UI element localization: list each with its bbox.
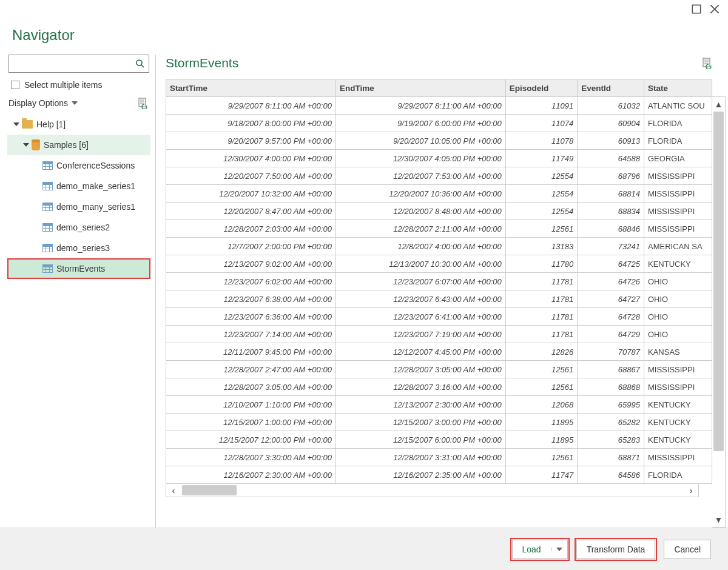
tree-database-samples[interactable]: Samples [6] [7,135,150,155]
tree-table-demo_many_series1[interactable]: demo_many_series1 [7,196,150,217]
table-row[interactable]: 12/20/2007 8:47:00 AM +00:0012/20/2007 8… [166,203,712,220]
table-row[interactable]: 12/28/2007 2:47:00 AM +00:0012/28/2007 3… [166,361,712,378]
cell: 12/28/2007 3:31:00 AM +00:00 [335,449,505,466]
cell: 12561 [505,449,577,466]
transform-data-button[interactable]: Transform Data [576,540,656,559]
display-options-dropdown[interactable]: Display Options [8,98,78,108]
disclosure-icon[interactable] [23,143,29,147]
scroll-thumb[interactable] [713,112,724,451]
tree-table-stormevents[interactable]: StormEvents [7,258,150,279]
scroll-thumb[interactable] [182,485,237,495]
cell: MISSISSIPPI [644,167,712,185]
cell: 11781 [505,308,577,326]
table-row[interactable]: 12/23/2007 6:38:00 AM +00:0012/23/2007 6… [166,290,712,308]
table-row[interactable]: 12/13/2007 9:02:00 AM +00:0012/13/2007 1… [166,255,712,273]
tree-table-demo_series3[interactable]: demo_series3 [7,238,150,258]
column-header[interactable]: State [644,79,712,97]
close-icon[interactable] [710,4,720,14]
cancel-label: Cancel [674,545,701,554]
tree-table-demo_make_series1[interactable]: demo_make_series1 [7,176,150,196]
table-row[interactable]: 9/20/2007 9:57:00 PM +00:009/20/2007 10:… [166,132,712,150]
cell: 11781 [505,326,577,343]
cell: 12554 [505,185,577,203]
table-row[interactable]: 12/28/2007 2:03:00 AM +00:0012/28/2007 2… [166,220,712,238]
table-row[interactable]: 12/23/2007 6:02:00 AM +00:0012/23/2007 6… [166,273,712,290]
table-row[interactable]: 12/10/2007 1:10:00 PM +00:0012/13/2007 2… [166,396,712,414]
cell: 68796 [578,167,644,185]
select-multiple-toggle[interactable]: Select multiple items [7,73,150,97]
table-row[interactable]: 12/20/2007 10:32:00 AM +00:0012/20/2007 … [166,185,712,203]
table-row[interactable]: 12/30/2007 4:00:00 PM +00:0012/30/2007 4… [166,150,712,167]
cell: 9/19/2007 6:00:00 PM +00:00 [335,115,505,132]
cell: FLORIDA [644,132,712,150]
table-row[interactable]: 12/15/2007 1:00:00 PM +00:0012/15/2007 3… [166,414,712,431]
table-row[interactable]: 12/16/2007 2:30:00 AM +00:0012/16/2007 2… [166,466,712,484]
column-header[interactable]: StartTime [166,79,336,97]
search-box[interactable] [8,55,149,73]
cell: 11780 [505,255,577,273]
tree-table-demo_series2[interactable]: demo_series2 [7,217,150,238]
cell: 64725 [578,255,644,273]
checkbox-icon[interactable] [11,81,19,89]
cell: 68814 [578,185,644,203]
cell: MISSISSIPPI [644,361,712,378]
table-row[interactable]: 12/23/2007 6:36:00 AM +00:0012/23/2007 6… [166,308,712,326]
cell: 12/23/2007 6:41:00 AM +00:00 [335,308,505,326]
scroll-up-icon[interactable]: ▲ [712,97,725,112]
table-row[interactable]: 9/29/2007 8:11:00 AM +00:009/29/2007 8:1… [166,97,712,115]
table-row[interactable]: 12/11/2007 9:45:00 PM +00:0012/12/2007 4… [166,343,712,361]
table-row[interactable]: 12/28/2007 3:30:00 AM +00:0012/28/2007 3… [166,449,712,466]
cell: KENTUCKY [644,431,712,449]
cell: 12/28/2007 2:11:00 AM +00:00 [335,220,505,238]
column-header[interactable]: EpisodeId [505,79,577,97]
cell: 12554 [505,167,577,185]
chevron-down-icon [556,548,562,551]
cell: 12/15/2007 12:00:00 PM +00:00 [166,431,336,449]
cell: 12/30/2007 4:05:00 PM +00:00 [335,150,505,167]
horizontal-scrollbar[interactable]: ‹ › [166,484,699,497]
preview-table: StartTimeEndTimeEpisodeIdEventIdState 9/… [166,79,712,484]
tree-label: Samples [6] [44,140,89,150]
cell: 11074 [505,115,577,132]
scroll-down-icon[interactable]: ▼ [712,512,725,527]
table-row[interactable]: 12/20/2007 7:50:00 AM +00:0012/20/2007 7… [166,167,712,185]
column-header[interactable]: EndTime [335,79,505,97]
scroll-right-icon[interactable]: › [684,484,698,497]
table-row[interactable]: 12/23/2007 7:14:00 AM +00:0012/23/2007 7… [166,326,712,343]
table-row[interactable]: 12/15/2007 12:00:00 PM +00:0012/15/2007 … [166,431,712,449]
cell: 12/23/2007 7:19:00 AM +00:00 [335,326,505,343]
load-dropdown-toggle[interactable] [551,548,567,551]
cell: 12/8/2007 4:00:00 AM +00:00 [335,238,505,255]
cell: 68871 [578,449,644,466]
cell: 12/28/2007 3:05:00 AM +00:00 [166,378,336,396]
display-options-label: Display Options [8,98,68,108]
scroll-left-icon[interactable]: ‹ [166,484,181,497]
table-row[interactable]: 12/28/2007 3:05:00 AM +00:0012/28/2007 3… [166,378,712,396]
cell: MISSISSIPPI [644,378,712,396]
tree-folder-help[interactable]: Help [1] [7,114,150,135]
cell: 9/20/2007 9:57:00 PM +00:00 [166,132,336,150]
column-header[interactable]: EventId [578,79,644,97]
tree-table-conferencesessions[interactable]: ConferenceSessions [7,155,150,176]
table-icon [42,244,53,252]
table-row[interactable]: 9/18/2007 8:00:00 PM +00:009/19/2007 6:0… [166,115,712,132]
refresh-preview-icon[interactable] [701,57,713,69]
cancel-button[interactable]: Cancel [664,540,711,559]
search-input[interactable] [13,58,135,69]
maximize-icon[interactable] [692,4,701,14]
disclosure-icon[interactable] [13,122,19,126]
cell: 12/15/2007 1:00:00 PM +00:00 [166,414,336,431]
cell: 12/13/2007 10:30:00 AM +00:00 [335,255,505,273]
search-icon[interactable] [135,59,145,69]
refresh-icon[interactable] [137,97,149,109]
cell: AMERICAN SA [644,238,712,255]
vertical-scrollbar[interactable]: ▲ ▼ [712,96,726,528]
cell: KANSAS [644,343,712,361]
cell: 11747 [505,466,577,484]
load-button[interactable]: Load [512,540,568,559]
navigation-tree: Help [1] Samples [6] ConferenceSessionsd… [7,114,150,528]
database-icon [32,139,40,150]
folder-icon [22,120,33,129]
tree-label: StormEvents [56,264,105,273]
table-row[interactable]: 12/7/2007 2:00:00 PM +00:0012/8/2007 4:0… [166,238,712,255]
